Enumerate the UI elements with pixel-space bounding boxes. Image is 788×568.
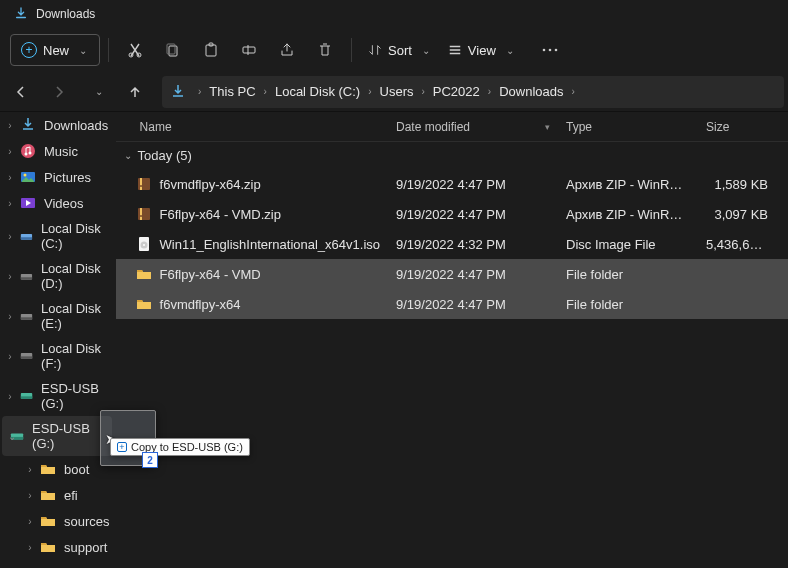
folder-icon (40, 513, 56, 529)
sidebar-item[interactable]: Downloads (0, 112, 116, 138)
view-button[interactable]: View ⌄ (440, 34, 522, 66)
file-row[interactable]: f6vmdflpy-x649/19/2022 4:47 PMFile folde… (116, 289, 788, 319)
file-row[interactable]: F6flpy-x64 - VMD9/19/2022 4:47 PMFile fo… (116, 259, 788, 289)
sidebar-item[interactable]: support (0, 534, 116, 560)
chevron-icon[interactable] (24, 542, 36, 553)
sidebar-item[interactable]: sources (0, 508, 116, 534)
sidebar-label: efi (64, 488, 78, 503)
drive-icon (20, 308, 33, 324)
file-pane: Name Date modified▾ Type Size ⌄ Today (5… (116, 112, 788, 568)
svg-point-14 (24, 174, 27, 177)
sidebar-item[interactable]: ESD-USB (G:) (2, 416, 112, 456)
file-row[interactable]: F6flpy-x64 - VMD.zip9/19/2022 4:47 PMАрх… (116, 199, 788, 229)
sidebar-item[interactable]: Local Disk (D:) (0, 256, 116, 296)
file-row[interactable]: f6vmdflpy-x64.zip9/19/2022 4:47 PMАрхив … (116, 169, 788, 199)
up-button[interactable] (118, 75, 152, 109)
drive-icon (20, 268, 33, 284)
chevron-icon[interactable] (4, 120, 16, 131)
crumb[interactable]: This PC (205, 84, 259, 99)
more-button[interactable] (532, 34, 568, 66)
zip-icon (136, 176, 152, 192)
chevron-icon[interactable] (4, 311, 16, 322)
share-button[interactable] (269, 34, 305, 66)
svg-rect-31 (138, 208, 150, 220)
file-size: 5,436,638 … (698, 237, 788, 252)
crumb[interactable]: Local Disk (C:) (271, 84, 364, 99)
chevron-icon[interactable] (4, 391, 16, 402)
file-date: 9/19/2022 4:47 PM (388, 267, 558, 282)
downloads-icon (20, 117, 36, 133)
svg-point-36 (143, 244, 145, 246)
paste-button[interactable] (193, 34, 229, 66)
crumb[interactable]: PC2022 (429, 84, 484, 99)
chevron-icon[interactable] (4, 172, 16, 183)
svg-point-8 (549, 49, 552, 52)
chevron-right-icon: › (260, 86, 271, 97)
chevron-right-icon: › (567, 86, 578, 97)
chevron-icon[interactable] (24, 516, 36, 527)
cut-button[interactable] (117, 34, 153, 66)
chevron-icon[interactable] (24, 490, 36, 501)
rename-button[interactable] (231, 34, 267, 66)
new-button[interactable]: + New ⌄ (10, 34, 100, 66)
file-date: 9/19/2022 4:47 PM (388, 207, 558, 222)
view-label: View (468, 43, 496, 58)
toolbar: + New ⌄ Sort ⌄ View ⌄ (0, 28, 788, 72)
downloads-icon (170, 84, 186, 100)
svg-point-11 (25, 153, 28, 156)
svg-point-33 (140, 215, 142, 217)
crumb[interactable]: Downloads (495, 84, 567, 99)
sort-button[interactable]: Sort ⌄ (360, 34, 438, 66)
folder-icon (136, 266, 152, 282)
sidebar-item[interactable]: ESD-USB (G:) (0, 376, 116, 416)
file-name: f6vmdflpy-x64.zip (160, 177, 261, 192)
delete-button[interactable] (307, 34, 343, 66)
chevron-icon[interactable] (4, 271, 16, 282)
sidebar-item[interactable]: Videos (0, 190, 116, 216)
chevron-down-icon: ⌄ (124, 150, 132, 161)
chevron-right-icon: › (194, 86, 205, 97)
sidebar-item[interactable]: Pictures (0, 164, 116, 190)
sidebar-item[interactable]: Local Disk (F:) (0, 336, 116, 376)
divider (351, 38, 352, 62)
chevron-down-icon: ⌄ (422, 45, 430, 56)
chevron-right-icon: › (364, 86, 375, 97)
sidebar-item[interactable]: Local Disk (C:) (0, 216, 116, 256)
sidebar-item[interactable]: efi (0, 482, 116, 508)
music-icon (20, 143, 36, 159)
svg-rect-23 (21, 357, 32, 359)
sidebar: DownloadsMusicPicturesVideosLocal Disk (… (0, 112, 116, 568)
file-row[interactable]: Win11_EnglishInternational_x64v1.iso9/19… (116, 229, 788, 259)
col-name[interactable]: Name (116, 120, 388, 134)
chevron-icon[interactable] (24, 464, 36, 475)
chevron-right-icon: › (484, 86, 495, 97)
downloads-icon (14, 7, 28, 21)
breadcrumb[interactable]: › This PC › Local Disk (C:) › Users › PC… (162, 76, 784, 108)
crumb[interactable]: Users (376, 84, 418, 99)
group-header[interactable]: ⌄ Today (5) (116, 142, 788, 169)
col-date[interactable]: Date modified▾ (388, 120, 558, 134)
forward-button[interactable] (42, 75, 76, 109)
sidebar-item[interactable]: Local Disk (E:) (0, 296, 116, 336)
copy-button[interactable] (155, 34, 191, 66)
file-name: F6flpy-x64 - VMD.zip (160, 207, 281, 222)
sidebar-item[interactable]: boot (0, 456, 116, 482)
usb-icon (20, 388, 33, 404)
svg-point-9 (555, 49, 558, 52)
chevron-icon[interactable] (4, 146, 16, 157)
videos-icon (20, 195, 36, 211)
chevron-icon[interactable] (4, 231, 16, 242)
new-label: New (43, 43, 69, 58)
chevron-icon[interactable] (6, 431, 18, 442)
sidebar-label: support (64, 540, 107, 555)
chevron-icon[interactable] (4, 351, 16, 362)
col-type[interactable]: Type (558, 120, 698, 134)
recent-button[interactable]: ⌄ (80, 75, 114, 109)
col-size[interactable]: Size (698, 120, 788, 134)
back-button[interactable] (4, 75, 38, 109)
chevron-down-icon: ⌄ (79, 45, 87, 56)
sidebar-item[interactable]: Music (0, 138, 116, 164)
folder-icon (40, 487, 56, 503)
chevron-icon[interactable] (4, 198, 16, 209)
sidebar-label: ESD-USB (G:) (32, 421, 106, 451)
